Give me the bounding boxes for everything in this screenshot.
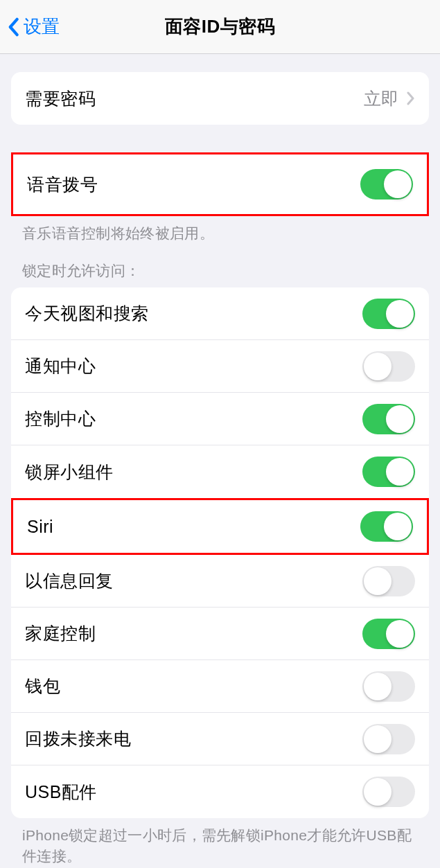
require-passcode-detail: 立即 [364, 87, 415, 110]
lock-item-toggle[interactable] [362, 299, 415, 329]
lock-item-row: 以信息回复 [11, 555, 429, 608]
toggle-knob [364, 673, 391, 700]
lock-item-toggle[interactable] [362, 404, 415, 434]
lock-list-segment: 以信息回复家庭控制钱包回拨未接来电USB配件 [11, 555, 429, 818]
lock-item-toggle[interactable] [362, 671, 415, 702]
require-passcode-label: 需要密码 [25, 87, 96, 110]
lock-item-label: 以信息回复 [25, 569, 114, 592]
lock-item-label: 锁屏小组件 [25, 461, 114, 484]
lock-item-label: 回拨未接来电 [25, 727, 131, 750]
lock-item-row: USB配件 [11, 765, 429, 818]
toggle-knob [386, 620, 414, 648]
voice-dial-toggle[interactable] [360, 169, 413, 200]
lock-item-row: 锁屏小组件 [11, 445, 429, 498]
lock-section-header: 锁定时允许访问： [0, 243, 440, 287]
toggle-knob [386, 405, 414, 433]
lock-item-row: Siri [13, 500, 427, 553]
lock-item-row: 钱包 [11, 660, 429, 713]
lock-item-toggle[interactable] [362, 566, 415, 596]
lock-access-section: 今天视图和搜索通知中心控制中心锁屏小组件Siri以信息回复家庭控制钱包回拨未接来… [0, 287, 440, 818]
lock-item-toggle[interactable] [362, 777, 415, 807]
lock-item-toggle[interactable] [360, 511, 413, 542]
toggle-knob [364, 778, 391, 806]
voice-dial-highlight: 语音拨号 [11, 152, 429, 216]
lock-list-segment: 今天视图和搜索通知中心控制中心锁屏小组件 [11, 287, 429, 498]
lock-item-row: 控制中心 [11, 393, 429, 445]
toggle-knob [386, 458, 414, 486]
toggle-knob [384, 513, 412, 540]
toggle-knob [364, 567, 391, 595]
lock-item-toggle[interactable] [362, 457, 415, 487]
lock-item-label: 钱包 [25, 675, 60, 698]
toggle-knob [384, 170, 412, 198]
lock-item-row: 通知中心 [11, 340, 429, 393]
lock-item-label: 通知中心 [25, 355, 96, 378]
toggle-knob [364, 353, 391, 380]
lock-item-toggle[interactable] [362, 619, 415, 649]
back-button[interactable]: 设置 [0, 15, 60, 39]
lock-item-toggle[interactable] [362, 724, 415, 754]
nav-header: 设置 面容ID与密码 [0, 0, 440, 54]
voice-dial-label: 语音拨号 [27, 173, 98, 196]
lock-section-footer: iPhone锁定超过一小时后，需先解锁iPhone才能允许USB配件连接。 [0, 818, 440, 866]
lock-item-label: 家庭控制 [25, 622, 96, 645]
require-passcode-row[interactable]: 需要密码 立即 [11, 72, 429, 125]
lock-item-label: Siri [27, 517, 53, 537]
lock-item-label: USB配件 [25, 781, 97, 804]
siri-highlight: Siri [11, 498, 429, 555]
voice-dial-row: 语音拨号 [13, 154, 427, 214]
lock-item-row: 今天视图和搜索 [11, 287, 429, 340]
page-title: 面容ID与密码 [165, 15, 276, 39]
chevron-right-icon [407, 91, 415, 105]
voice-dial-footer: 音乐语音控制将始终被启用。 [0, 216, 440, 243]
passcode-section: 需要密码 立即 [11, 72, 429, 125]
lock-item-row: 回拨未接来电 [11, 713, 429, 765]
toggle-knob [364, 725, 391, 753]
require-passcode-value: 立即 [364, 87, 398, 110]
lock-item-row: 家庭控制 [11, 608, 429, 660]
lock-item-toggle[interactable] [362, 351, 415, 382]
toggle-knob [386, 300, 414, 328]
back-label: 设置 [24, 15, 60, 39]
chevron-left-icon [7, 17, 19, 37]
lock-item-label: 控制中心 [25, 407, 96, 430]
lock-item-label: 今天视图和搜索 [25, 302, 149, 325]
